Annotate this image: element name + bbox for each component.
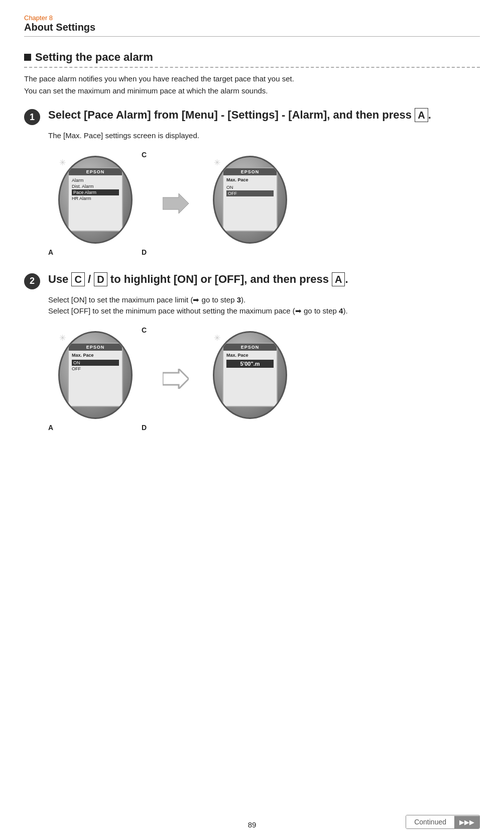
step-2-sub: Select [ON] to set the maximum pace limi… <box>48 294 480 317</box>
watch-body-4: EPSON Max. Pace 5'00".m <box>213 331 287 419</box>
continued-label: Continued <box>406 815 454 828</box>
svg-marker-1 <box>163 369 189 389</box>
intro-line1: The pace alarm notifies you when you hav… <box>24 73 480 85</box>
page-footer: 89 Continued ▶▶▶ <box>0 820 504 829</box>
btn-c-label-2: C <box>142 326 147 334</box>
watch-row-on-1: ON <box>226 184 274 190</box>
step-2-watch2: EPSON Max. Pace 5'00".m ✳ <box>203 326 303 432</box>
svg-marker-0 <box>163 193 189 214</box>
watch-row-alarm: Alarm <box>72 177 119 183</box>
watch-row-off-2: OFF <box>72 366 119 372</box>
step-1-arrow <box>163 193 189 214</box>
watch-content-4: Max. Pace 5'00".m <box>223 351 277 406</box>
step-1-sub: The [Max. Pace] settings screen is displ… <box>48 130 480 142</box>
heading-square-icon <box>24 54 31 61</box>
page-number: 89 <box>248 820 257 829</box>
step-1-block: 1 Select [Pace Alarm] from [Menu] - [Set… <box>24 108 480 256</box>
step-1-header: 1 Select [Pace Alarm] from [Menu] - [Set… <box>24 108 480 125</box>
watch-content-1: Alarm Dist. Alarm Pace Alarm HR Alarm <box>69 175 122 231</box>
btn-c-inline: C <box>71 272 84 286</box>
btn-a-label-1: A <box>48 248 53 256</box>
watch-face-title-4: Max. Pace <box>226 353 274 358</box>
watch-body-3: EPSON Max. Pace ON OFF <box>58 331 133 419</box>
watch-brand-3: EPSON <box>69 344 122 351</box>
watch-brand-2: EPSON <box>223 168 277 175</box>
intro-line2: You can set the maximum and minimum pace… <box>24 85 480 97</box>
step-1-watch2: EPSON Max. Pace ON OFF ✳ <box>203 151 303 256</box>
step-2-header: 2 Use C / D to highlight [ON] or [OFF], … <box>24 272 480 289</box>
step-2-arrow <box>163 369 189 389</box>
continued-btn[interactable]: Continued ▶▶▶ <box>406 815 480 829</box>
btn-d-label-2: D <box>142 424 147 432</box>
watch-body-2: EPSON Max. Pace ON OFF <box>213 156 287 244</box>
watch-body-1: EPSON Alarm Dist. Alarm Pace Alarm HR Al… <box>58 156 133 244</box>
btn-c-label-1: C <box>142 151 147 159</box>
btn-d-inline: D <box>94 272 107 286</box>
step-2-watches: EPSON Max. Pace ON OFF ✳ C A D <box>48 326 480 432</box>
btn-a-label-2: A <box>48 424 53 432</box>
watch-row-on-2: ON <box>72 360 119 366</box>
watch-face-1: EPSON Alarm Dist. Alarm Pace Alarm HR Al… <box>68 167 123 232</box>
arrow-icon-2 <box>163 369 189 389</box>
page-header: Chapter 8 About Settings <box>0 0 504 37</box>
watch-face-title-3: Max. Pace <box>72 353 119 358</box>
btn-a-inline-2: A <box>332 272 345 286</box>
watch-row-dist-alarm: Dist. Alarm <box>72 183 119 189</box>
header-divider <box>24 36 480 37</box>
watch-brand-1: EPSON <box>69 168 122 175</box>
step-2-number: 2 <box>24 273 40 289</box>
watch-star-1: ✳ <box>59 158 66 167</box>
btn-d-label-1: D <box>142 248 147 256</box>
watch-star-4: ✳ <box>214 333 220 343</box>
watch-brand-4: EPSON <box>223 344 277 351</box>
arrow-icon-1 <box>163 193 189 214</box>
watch-star-2: ✳ <box>214 158 220 167</box>
step-2-sub-line2: Select [OFF] to set the minimum pace wit… <box>48 305 480 317</box>
watch-star-3: ✳ <box>59 333 66 343</box>
continued-arrows-icon: ▶▶▶ <box>454 816 479 828</box>
watch-content-2: Max. Pace ON OFF <box>223 175 277 231</box>
step-1-watches: EPSON Alarm Dist. Alarm Pace Alarm HR Al… <box>48 151 480 256</box>
watch-face-4: EPSON Max. Pace 5'00".m <box>222 343 278 407</box>
watch-face-title-2: Max. Pace <box>226 177 274 182</box>
btn-a-inline: A <box>415 108 428 122</box>
watch-face-2: EPSON Max. Pace ON OFF <box>222 167 278 232</box>
chapter-label: Chapter 8 <box>24 14 480 22</box>
watch-face-value-4: 5'00".m <box>226 360 274 368</box>
watch-content-3: Max. Pace ON OFF <box>69 351 122 406</box>
watch-face-3: EPSON Max. Pace ON OFF <box>68 343 123 407</box>
step-2-watch1: EPSON Max. Pace ON OFF ✳ C A D <box>48 326 149 432</box>
watch-row-off-1: OFF <box>226 190 274 196</box>
section-heading-text: Setting the pace alarm <box>35 51 153 64</box>
step-1-instruction: Select [Pace Alarm] from [Menu] - [Setti… <box>48 108 431 123</box>
step-2-sub-line1: Select [ON] to set the maximum pace limi… <box>48 294 480 306</box>
step-2-block: 2 Use C / D to highlight [ON] or [OFF], … <box>24 272 480 432</box>
step-2-instruction: Use C / D to highlight [ON] or [OFF], an… <box>48 272 348 287</box>
step-1-watch1: EPSON Alarm Dist. Alarm Pace Alarm HR Al… <box>48 151 149 256</box>
step-1-number: 1 <box>24 109 40 125</box>
section-heading: Setting the pace alarm <box>24 51 480 68</box>
intro-text: The pace alarm notifies you when you hav… <box>24 73 480 97</box>
watch-row-hr-alarm: HR Alarm <box>72 195 119 201</box>
watch-row-pace-alarm: Pace Alarm <box>72 189 119 195</box>
page-title: About Settings <box>24 22 480 33</box>
